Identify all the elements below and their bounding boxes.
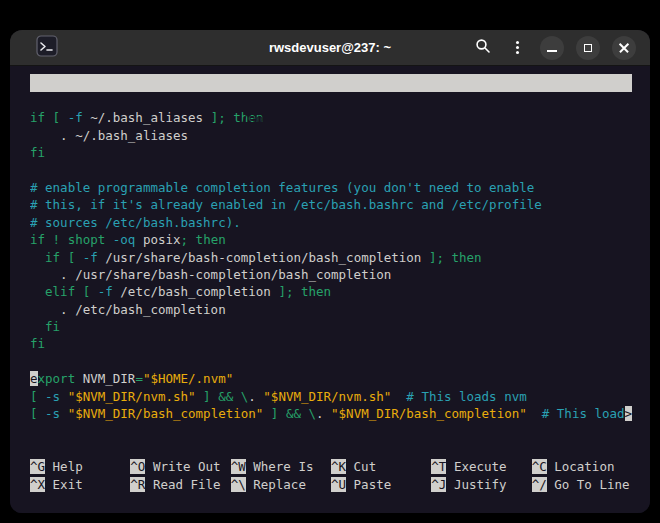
code-line [30,162,632,179]
code-line [30,353,632,370]
nano-shortcut: ^K Cut [331,458,431,475]
shortcut-label: Execute [446,459,506,474]
editor-buffer[interactable]: if [ -f ~/.bash_aliases ]; then . ~/.bas… [30,92,632,458]
shortcut-label: Go To Line [547,477,630,492]
nano-shortcut: ^X Exit [30,476,130,493]
nano-titlebar: GNU nano 6.2 /home/rwsdevuser/.bashrc [30,74,632,92]
shortcut-label: Cut [346,459,376,474]
nano-shortcut: ^W Where Is [231,458,331,475]
code-line: [ -s "$NVM_DIR/bash_completion" ] && \. … [30,405,632,422]
terminal-screen[interactable]: GNU nano 6.2 /home/rwsdevuser/.bashrc if… [10,66,650,513]
code-line: fi [30,335,632,352]
nano-shortcut: ^G Help [30,458,130,475]
shortcut-key: ^O [130,459,145,474]
shortcut-key: ^T [431,459,446,474]
nano-shortcut: ^U Paste [331,476,431,493]
shortcut-key: ^K [331,459,346,474]
nano-shortcut: ^R Read File [130,476,230,493]
code-line: elif [ -f /etc/bash_completion ]; then [30,283,632,300]
shortcut-label: Write Out [145,459,220,474]
nano-version: GNU nano 6.2 [90,93,196,108]
shortcut-key: ^C [532,459,547,474]
shortcut-label: Justify [446,477,506,492]
maximize-button[interactable] [576,36,600,60]
code-line: # this, if it's already enabled in /etc/… [30,196,632,213]
shortcut-key: ^W [231,459,246,474]
shortcut-key: ^X [30,477,45,492]
search-button[interactable] [472,37,494,59]
minimize-button[interactable] [540,36,564,60]
code-line: [ -s "$NVM_DIR/nvm.sh" ] && \. "$NVM_DIR… [30,388,632,405]
code-line: # sources /etc/bash.bashrc). [30,214,632,231]
maximize-icon [584,44,592,52]
nano-shortcut: ^/ Go To Line [532,476,632,493]
code-line: if ! shopt -oq posix; then [30,231,632,248]
search-icon [475,38,491,57]
code-line: fi [30,144,632,161]
shortcut-label: Replace [246,477,306,492]
shortcut-label: Paste [346,477,391,492]
minimize-icon [547,50,557,52]
line-continuation-marker: > [625,406,632,421]
text-cursor: e [30,371,38,386]
shortcut-label: Where Is [246,459,314,474]
code-line: if [ -f /usr/share/bash-completion/bash_… [30,249,632,266]
shortcut-label: Exit [45,477,83,492]
shortcut-key: ^\ [231,477,246,492]
terminal-window: rwsdevuser@237: ~ [10,30,650,513]
titlebar[interactable]: rwsdevuser@237: ~ [10,30,650,66]
nano-shortcut: ^J Justify [431,476,531,493]
nano-shortcut: ^T Execute [431,458,531,475]
shortcut-label: Help [45,459,83,474]
shortcut-key: ^R [130,477,145,492]
shortcut-key: ^/ [532,477,547,492]
code-line: export NVM_DIR="$HOME/.nvm" [30,370,632,387]
nano-shortcut: ^O Write Out [130,458,230,475]
nano-shortcut-bar: ^G Help^O Write Out^W Where Is^K Cut^T E… [30,458,632,493]
close-icon [618,42,630,54]
shortcut-label: Location [547,459,615,474]
code-line: . /etc/bash_completion [30,301,632,318]
shortcut-key: ^U [331,477,346,492]
shortcut-key: ^G [30,459,45,474]
code-line: . ~/.bash_aliases [30,127,632,144]
close-button[interactable] [612,36,636,60]
terminal-app-icon [36,35,58,61]
shortcut-key: ^J [431,477,446,492]
kebab-menu-icon [516,46,519,49]
nano-shortcut: ^\ Replace [231,476,331,493]
code-line: . /usr/share/bash-completion/bash_comple… [30,266,632,283]
code-line: fi [30,318,632,335]
shortcut-label: Read File [145,477,220,492]
code-line: # enable programmable completion feature… [30,179,632,196]
nano-shortcut: ^C Location [532,458,632,475]
desktop-background: rwsdevuser@237: ~ [0,0,660,523]
nano-file-path: /home/rwsdevuser/.bashrc [30,110,632,128]
menu-button[interactable] [506,37,528,59]
